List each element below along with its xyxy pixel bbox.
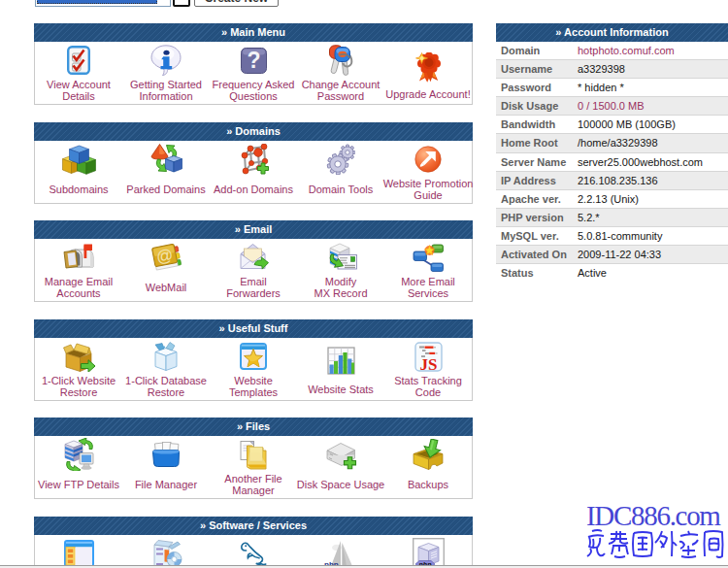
svg-text:JS: JS	[419, 354, 437, 372]
svg-text:@: @	[154, 245, 175, 266]
svg-text:?: ?	[247, 48, 260, 73]
